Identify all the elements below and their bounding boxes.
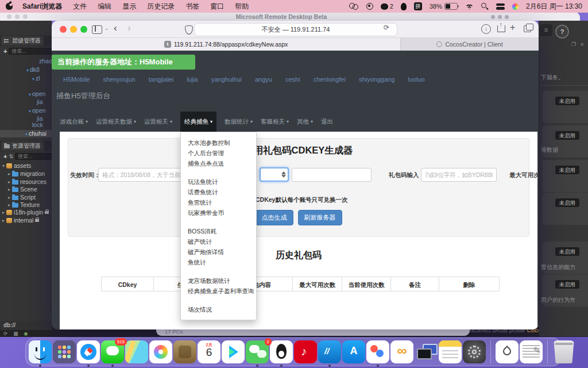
caret-down-icon[interactable]: ▾ [2,162,5,170]
menu-item[interactable]: 玩家携带金币 [181,208,256,218]
menu-item[interactable]: 场次情况 [181,304,256,315]
caret-right-icon[interactable]: ▸ [2,217,5,224]
tab-assets[interactable]: 资源管理器 [1,141,44,151]
menu-file[interactable]: 文件 [73,2,87,12]
dock-launchpad[interactable] [53,340,76,367]
help-button[interactable]: ? [555,25,569,39]
server-link[interactable]: ceshi [285,76,300,83]
reload-icon[interactable]: ⟳ [384,24,389,32]
tree-node[interactable]: lock [0,121,52,129]
menu-item[interactable]: 破产炮倍详情 [181,247,256,257]
server-link[interactable]: shiyonggang [359,76,394,83]
menu-item[interactable]: 大水池参数控制 [181,137,256,148]
server-link[interactable]: chenlongfei [314,76,346,83]
back-button[interactable]: ‹ [114,22,117,34]
nav-other[interactable]: 其他▾ [297,112,313,132]
dock-microsoft-remote-desktop[interactable] [318,340,341,367]
menu-safari[interactable]: Safari浏览器 [22,2,62,12]
menu-item[interactable]: 破产统计 [181,236,256,247]
menu-item[interactable]: 玩法鱼统计 [181,177,256,187]
close-button[interactable] [60,26,67,33]
menu-window[interactable]: 窗口 [210,2,224,12]
downloads-icon[interactable]: ↓ [481,24,491,34]
new-tab-button[interactable]: + [510,22,515,33]
dock-wechat[interactable]: 2 [246,340,269,367]
asset-node[interactable]: ▸migration [0,170,52,178]
caret-right-icon[interactable]: ▸ [8,186,10,193]
dock-droplet-app[interactable] [496,340,519,367]
extra-input[interactable] [292,168,372,182]
dock-app-store[interactable] [342,340,365,367]
caret-right-icon[interactable]: ▸ [8,194,10,201]
menu-view[interactable]: 显示 [122,2,136,12]
apple-menu-icon[interactable] [6,3,13,10]
add-asset-button[interactable]: + [3,153,7,160]
refresh-server-button[interactable]: 刷新服务器 [298,210,342,225]
nav-game-ledger[interactable]: 游戏台账▾ [60,112,88,132]
tree-node[interactable]: zhao [0,57,52,65]
menu-item[interactable]: 个人后台管理 [181,148,256,158]
caret-down-icon[interactable]: ▾ [29,92,31,97]
address-bar[interactable]: 不安全 — 119.91.211.74 [194,23,397,36]
menu-edit[interactable]: 编辑 [98,2,111,12]
dock-calendar[interactable]: 2月6 [198,340,220,367]
inactive-minimize-button[interactable] [498,15,502,19]
inactive-close-button[interactable] [491,15,495,19]
tree-node[interactable]: ▾zl [0,75,52,82]
record-status-icon[interactable] [366,3,373,10]
forward-button[interactable]: › [127,22,131,34]
minimize-button[interactable] [70,26,77,33]
dock-qq[interactable] [270,340,293,367]
share-icon[interactable] [497,25,505,32]
tree-node[interactable]: ▾dk8 [0,66,52,74]
menu-bookmarks[interactable]: 书签 [185,2,199,12]
tree-node[interactable]: ▾open [0,107,52,114]
tree-node[interactable]: jia [0,98,52,106]
grid-icon[interactable]: ▦ [13,331,18,336]
caret-right-icon[interactable]: ▸ [2,209,5,216]
nav-classic-fishing[interactable]: 经典捕鱼▾ 大水池参数控制 个人后台管理 捕鱼点杀点送 玩法鱼统计 话费鱼统计 … [180,112,216,132]
asset-node[interactable]: ▸Texture [0,201,52,209]
asset-node[interactable]: ▸i18n-plugin [0,209,52,216]
dock-sunlogin[interactable] [366,340,389,367]
asset-node[interactable]: ▸Script [0,194,52,201]
panel-icon[interactable]: ❐ [571,41,576,47]
menu-item[interactable]: 鱼统计 [181,257,256,267]
tree-node-selected[interactable]: ▾chuhai [0,130,52,137]
menu-item[interactable]: 话费鱼统计 [181,187,256,197]
wifi-icon[interactable] [465,3,474,10]
tab-cocoscreator-client[interactable]: CocosCreator | Client [401,38,539,51]
dock-safari[interactable] [77,340,100,367]
dock-tencent-video[interactable] [222,340,245,367]
menu-history[interactable]: 历史记录 [147,2,175,12]
nav-operation-data[interactable]: 运营相关数据▾ [96,112,136,132]
search-icon[interactable] [481,3,489,10]
caret-right-icon[interactable]: ▸ [8,201,10,209]
chevron-down-icon[interactable]: ⌄ [105,25,109,31]
caret-down-icon[interactable]: ▾ [32,76,34,82]
menu-item[interactable]: 鱼雷统计 [181,197,256,208]
server-select[interactable] [260,167,289,182]
menubar-clock[interactable]: 2月6日 周一 13:30 [526,2,582,12]
menu-item[interactable]: 龙宫场数据统计 [181,275,256,286]
caret-down-icon[interactable]: ▾ [25,132,28,137]
dock-trash[interactable] [552,340,575,367]
menu-help[interactable]: 帮助 [235,2,249,12]
tab-hierarchy[interactable]: 层级管理器 [1,36,44,45]
wechat-status[interactable]: 2 [381,3,393,10]
cocos-layout-tile[interactable]: ≣ [540,24,552,36]
server-link[interactable]: yanghuihui [211,76,242,83]
nav-statistics[interactable]: 数据统计▾ [225,112,253,132]
dock-notes[interactable] [439,340,462,367]
caret-right-icon[interactable]: ▸ [8,170,10,178]
assets-search-input[interactable] [15,153,52,160]
dock-remote-desktop-connection[interactable] [415,340,438,367]
siri-icon[interactable] [512,3,519,10]
dock-system-settings[interactable] [463,340,486,367]
add-node-button[interactable]: + [3,48,7,55]
inactive-zoom-button[interactable] [505,15,509,19]
generate-button[interactable]: 点击生成 [256,210,293,225]
menu-item[interactable]: 捕鱼点杀点送 [181,158,256,168]
tree-node[interactable]: ▾open [0,90,52,98]
zoom-button[interactable] [80,26,87,33]
